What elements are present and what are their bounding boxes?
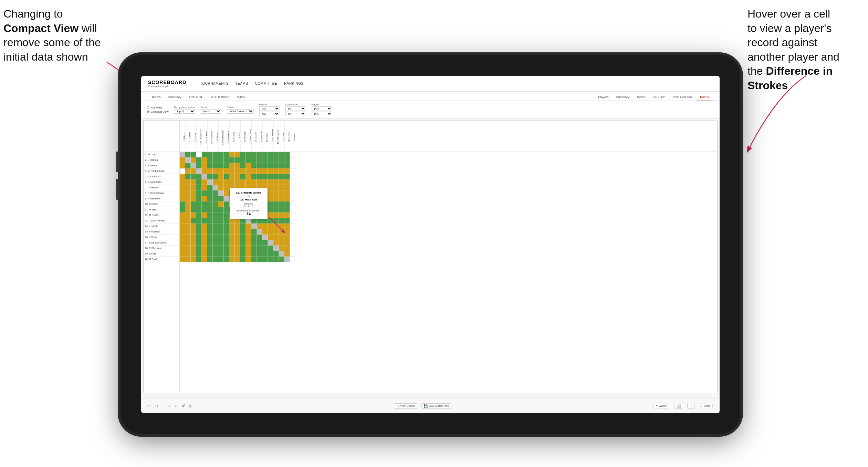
grid-cell[interactable] xyxy=(196,201,202,207)
grid-cell[interactable] xyxy=(240,229,246,235)
grid-cell[interactable] xyxy=(202,218,207,224)
grid-cell[interactable] xyxy=(224,168,229,174)
grid-cell[interactable] xyxy=(185,196,191,201)
grid-cell[interactable] xyxy=(185,157,191,163)
tab-h2h-grid[interactable]: H2H Grid xyxy=(186,94,206,101)
grid-cell[interactable] xyxy=(273,201,279,207)
grid-cell[interactable] xyxy=(284,174,290,179)
grid-cell[interactable] xyxy=(224,163,229,168)
grid-cell[interactable] xyxy=(213,196,218,201)
grid-cell[interactable] xyxy=(207,185,213,190)
filter-players-select1[interactable]: (All) xyxy=(312,106,332,111)
grid-cell[interactable] xyxy=(185,218,191,224)
grid-cell[interactable] xyxy=(180,251,185,257)
grid-cell[interactable] xyxy=(196,218,202,224)
grid-cell[interactable] xyxy=(279,212,284,218)
grid-cell[interactable] xyxy=(213,168,218,174)
filter-region-select1[interactable]: N/A xyxy=(259,106,280,111)
grid-cell[interactable] xyxy=(279,190,284,196)
grid-cell[interactable] xyxy=(273,152,279,157)
grid-cell[interactable] xyxy=(240,163,246,168)
grid-cell[interactable] xyxy=(202,190,207,196)
grid-cell[interactable] xyxy=(218,196,224,201)
grid-cell[interactable] xyxy=(224,179,229,185)
grid-cell[interactable] xyxy=(196,157,202,163)
grid-cell[interactable] xyxy=(224,246,229,251)
grid-cell[interactable] xyxy=(290,179,295,185)
grid-cell[interactable] xyxy=(235,224,240,229)
grid-cell[interactable] xyxy=(180,196,185,201)
grid-cell[interactable] xyxy=(229,179,235,185)
grid-cell[interactable] xyxy=(273,235,279,240)
grid-cell[interactable] xyxy=(229,229,235,235)
grid-cell[interactable] xyxy=(224,212,229,218)
grid-cell[interactable] xyxy=(240,174,246,179)
grid-cell[interactable] xyxy=(279,224,284,229)
grid-cell[interactable] xyxy=(257,257,262,262)
grid-cell[interactable] xyxy=(268,207,273,212)
grid-cell[interactable] xyxy=(257,235,262,240)
grid-cell[interactable] xyxy=(262,240,268,246)
grid-cell[interactable] xyxy=(284,257,290,262)
nav-rankings[interactable]: RANKINGS xyxy=(284,80,303,87)
tab-players[interactable]: Players xyxy=(595,94,612,101)
grid-cell[interactable] xyxy=(235,168,240,174)
grid-cell[interactable] xyxy=(196,235,202,240)
grid-cell[interactable] xyxy=(246,229,251,235)
grid-cell[interactable] xyxy=(279,240,284,246)
grid-cell[interactable] xyxy=(284,246,290,251)
compact-view-option[interactable]: Compact View xyxy=(147,110,168,113)
grid-cell[interactable] xyxy=(273,212,279,218)
grid-cell[interactable] xyxy=(273,240,279,246)
grid-cell[interactable] xyxy=(218,218,224,224)
grid-cell[interactable] xyxy=(185,207,191,212)
grid-cell[interactable] xyxy=(229,257,235,262)
grid-cell[interactable] xyxy=(196,190,202,196)
grid-cell[interactable] xyxy=(268,152,273,157)
grid-cell[interactable] xyxy=(213,246,218,251)
grid-cell[interactable] xyxy=(268,224,273,229)
grid-cell[interactable] xyxy=(224,185,229,190)
grid-cell[interactable] xyxy=(196,212,202,218)
grid-cell[interactable] xyxy=(273,163,279,168)
grid-cell[interactable] xyxy=(229,240,235,246)
grid-cell[interactable] xyxy=(213,212,218,218)
grid-cell[interactable] xyxy=(229,152,235,157)
save-custom-button[interactable]: 💾 Save Custom View xyxy=(421,403,451,409)
view-original-button[interactable]: ⊙ View: Original xyxy=(394,403,417,409)
grid-cell[interactable] xyxy=(180,201,185,207)
tab-h2h-heatmap-players[interactable]: H2H Heatmap xyxy=(669,94,696,101)
tab-h2h-heatmap[interactable]: H2H Heatmap xyxy=(206,94,233,101)
grid-cell[interactable] xyxy=(218,157,224,163)
grid-cell[interactable] xyxy=(279,174,284,179)
grid-cell[interactable] xyxy=(191,240,196,246)
grid-cell[interactable] xyxy=(207,157,213,163)
grid-cell[interactable] xyxy=(213,257,218,262)
grid-cell[interactable] xyxy=(240,251,246,257)
grid-cell[interactable] xyxy=(257,152,262,157)
grid-cell[interactable] xyxy=(284,251,290,257)
grid-cell[interactable] xyxy=(262,224,268,229)
filter-conference-select1[interactable]: (All) xyxy=(285,106,306,111)
full-view-radio[interactable] xyxy=(147,106,149,109)
grid-cell[interactable] xyxy=(191,251,196,257)
grid-cell[interactable] xyxy=(191,229,196,235)
grid-cell[interactable] xyxy=(224,207,229,212)
grid-cell[interactable] xyxy=(207,196,213,201)
tab-matrix-active[interactable]: Matrix xyxy=(697,94,713,101)
grid-cell[interactable] xyxy=(191,152,196,157)
grid-cell[interactable] xyxy=(218,152,224,157)
grid-cell[interactable] xyxy=(196,179,202,185)
clock-icon[interactable]: ◷ xyxy=(189,404,192,408)
grid-cell[interactable] xyxy=(202,212,207,218)
grid-cell[interactable] xyxy=(185,251,191,257)
grid-cell[interactable] xyxy=(262,251,268,257)
grid-cell[interactable] xyxy=(207,212,213,218)
grid-cell[interactable] xyxy=(262,157,268,163)
tab-detail[interactable]: Detail xyxy=(634,94,648,101)
grid-cell[interactable] xyxy=(246,251,251,257)
grid-cell[interactable] xyxy=(185,240,191,246)
grid-cell[interactable] xyxy=(224,196,229,201)
filter-division-select[interactable]: NCAA Division I xyxy=(227,109,254,114)
grid-cell[interactable] xyxy=(268,174,273,179)
